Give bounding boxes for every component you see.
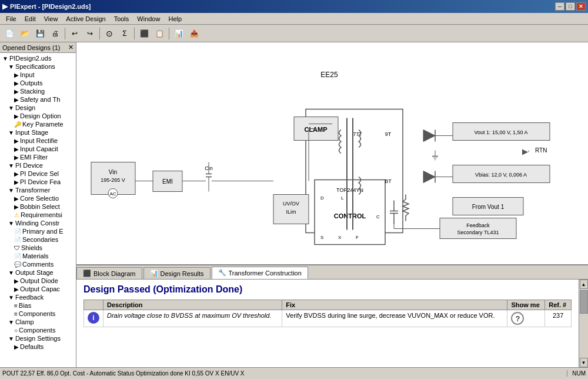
tree-design[interactable]: ▼ Design [0,104,76,112]
tree-pi-feat[interactable]: ▶ PI Device Fea [0,178,76,186]
svg-text:9T: 9T [385,131,392,137]
svg-text:X: X [338,235,342,240]
design-results-icon: 📊 [150,270,158,277]
toolbar-bom[interactable]: 📋 [152,27,166,40]
svg-text:Feedback: Feedback [466,222,490,228]
row-showme-cell[interactable]: ? [507,310,545,327]
tree-output-diode[interactable]: ▶ Output Diode [0,277,76,285]
tree-shields[interactable]: 🛡 Shields [0,244,76,252]
tree-transformer[interactable]: ▼ Transformer [0,186,76,194]
tree-fb-components[interactable]: ≡ Components [0,310,76,318]
toolbar-run[interactable]: ⊙ [102,27,116,40]
tree-key-params[interactable]: 🔑 Key Paramete [0,120,76,128]
col-fix-header: Fix [282,300,507,310]
tree-outputs[interactable]: ▶ Outputs [0,79,76,87]
tree-output-stage[interactable]: ▼ Output Stage [0,268,76,277]
svg-text:195-265 V: 195-265 V [101,177,125,183]
col-description-header: Description [103,300,282,310]
tree-collapse-icon[interactable]: ✕ [68,44,74,51]
col-icon-header [84,300,103,310]
menu-active-design[interactable]: Active Design [62,14,109,24]
row-fix-cell: Verify BVDSS during line surge, decrease… [282,310,507,327]
tree-input-stage[interactable]: ▼ Input Stage [0,128,76,137]
tab-block-diagram[interactable]: ⬛ Block Diagram [76,267,142,279]
tree-specifications[interactable]: ▼ Specifications [0,62,76,71]
menu-help[interactable]: Help [165,14,185,24]
svg-text:UV/OV: UV/OV [283,201,299,207]
tree-output-cap[interactable]: ▶ Output Capac [0,285,76,293]
tree-root[interactable]: ▼ PIDesign2.uds [0,54,76,62]
minimize-button[interactable]: ─ [555,2,564,11]
tree-stacking[interactable]: ▶ Stacking [0,87,76,95]
tab-transformer[interactable]: 🔧 Transformer Construction [212,267,308,279]
help-icon[interactable]: ? [511,312,524,325]
table-row: i Drain voltage close to BVDSS at maximu… [84,310,572,327]
menu-file[interactable]: File [2,14,20,24]
svg-text:D: D [320,195,324,201]
maximize-button[interactable]: □ [566,2,575,11]
toolbar-report[interactable]: 📊 [172,27,186,40]
svg-text:EMI: EMI [162,178,173,185]
menu-edit[interactable]: Edit [21,14,39,24]
toolbar-schematic[interactable]: ⬛ [137,27,151,40]
tree-clamp[interactable]: ▼ Clamp [0,318,76,326]
tree-input-rectifier[interactable]: ▶ Input Rectifie [0,137,76,145]
tree-clamp-comp[interactable]: ○ Components [0,326,76,334]
left-panel: Opened Designs (1) ✕ ▼ PIDesign2.uds ▼ S… [0,42,76,367]
tree-input-capacitor[interactable]: ▶ Input Capacit [0,145,76,153]
toolbar-save[interactable]: 💾 [33,27,47,40]
block-diagram-icon: ⬛ [83,270,91,277]
app-icon: ▶ [2,2,8,11]
tree-requirements[interactable]: ⚠ Requirementsi [0,211,76,219]
tab-design-results[interactable]: 📊 Design Results [143,267,211,279]
close-button[interactable]: ✕ [576,2,586,11]
tree-comments[interactable]: 💬 Comments [0,260,76,268]
toolbar-undo[interactable]: ↩ [68,27,82,40]
tree-emi[interactable]: ▶ EMI Filter [0,153,76,161]
tree-safety[interactable]: ▶ Safety and Th [0,95,76,104]
tree-primary[interactable]: 📄 Primary and E [0,227,76,235]
tree-pi-device[interactable]: ▼ PI Device [0,161,76,169]
tree-feedback[interactable]: ▼ Feedback [0,293,76,301]
tree-pi-sel[interactable]: ▶ PI Device Sel [0,169,76,178]
svg-text:From Vout 1: From Vout 1 [472,204,505,210]
block-diagram-label: Block Diagram [93,270,136,277]
svg-text:Vbias: 12,0 V, 0,006 A: Vbias: 12,0 V, 0,006 A [475,172,527,178]
tree-defaults[interactable]: ▶ Defaults [0,343,76,351]
scrollbar-vertical[interactable]: ▲ ▼ [579,280,588,367]
menu-tools[interactable]: Tools [111,14,133,24]
ee25-label: EE25 [320,71,338,79]
toolbar-export[interactable]: 📤 [187,27,201,40]
toolbar-new[interactable]: 📄 [2,27,16,40]
tree-secondaries[interactable]: 📄 Secondaries [0,235,76,244]
scroll-thumb[interactable] [580,290,588,314]
tree-bias[interactable]: ≡ Bias [0,301,76,310]
info-icon: i [88,312,99,324]
tree-winding[interactable]: ▼ Winding Constr [0,219,76,227]
menu-window[interactable]: Window [133,14,163,24]
tree-design-settings[interactable]: ▼ Design Settings [0,334,76,343]
tree-design-options[interactable]: ▶ Design Option [0,112,76,120]
svg-text:Vin: Vin [109,169,117,175]
tabs-bar: ⬛ Block Diagram 📊 Design Results 🔧 Trans… [76,265,588,280]
tree-input[interactable]: ▶ Input [0,71,76,79]
transformer-label: Transformer Construction [229,270,302,277]
menu-view[interactable]: View [41,14,62,24]
toolbar-print[interactable]: 🖨 [48,27,62,40]
bottom-content: Design Passed (Optimization Done) Descri… [76,280,579,367]
scroll-down-btn[interactable]: ▼ [580,358,588,367]
tree-materials[interactable]: 📄 Materials [0,252,76,260]
row-description-text: Drain voltage close to BVDSS at maximum … [107,312,271,319]
toolbar-redo[interactable]: ↪ [83,27,97,40]
tree-bobbin[interactable]: ▶ Bobbin Select [0,202,76,211]
toolbar-open[interactable]: 📂 [18,27,32,40]
tree-core[interactable]: ▶ Core Selectio [0,194,76,202]
resistor [403,195,409,221]
window-title: PIExpert - [PIDesign2.uds] [10,3,91,10]
schematic-area[interactable]: EE25 Vin 195-265 V AC EMI Cin [76,42,588,264]
toolbar-calc[interactable]: Σ [118,27,132,40]
svg-text:AC: AC [109,191,116,197]
scroll-up-btn[interactable]: ▲ [580,280,588,289]
right-content: EE25 Vin 195-265 V AC EMI Cin [76,42,588,367]
bottom-panel: ⬛ Block Diagram 📊 Design Results 🔧 Trans… [76,264,588,367]
